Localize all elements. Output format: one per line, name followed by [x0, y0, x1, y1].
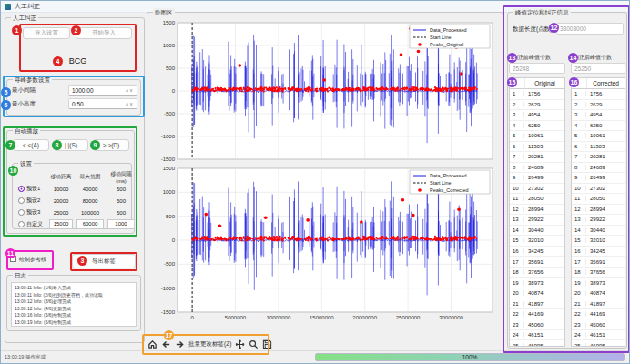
- table-row[interactable]: 611303: [510, 142, 564, 153]
- som-marker-9: 9: [90, 140, 100, 150]
- chart-peaks-corrected[interactable]: -1500-1000-50005001000150005000000100000…: [152, 165, 498, 325]
- row-index: 6: [572, 144, 586, 149]
- table-row[interactable]: 1430440: [510, 226, 564, 237]
- table-row[interactable]: 1634245: [510, 247, 564, 258]
- save-icon[interactable]: [262, 339, 272, 349]
- peak-marker: [322, 78, 326, 82]
- table-row[interactable]: 1938973: [572, 278, 625, 288]
- table-row[interactable]: 1329922: [510, 215, 564, 226]
- table-row[interactable]: 11756: [510, 89, 564, 100]
- table-row[interactable]: 46250: [572, 121, 625, 132]
- table-row[interactable]: 2141897: [510, 298, 564, 309]
- row-index: 20: [510, 290, 524, 296]
- custom-value-input[interactable]: 60000: [76, 219, 104, 229]
- table-row[interactable]: 1128050: [510, 194, 564, 205]
- peak-value: 2629: [524, 102, 564, 107]
- chart-peaks-original[interactable]: -1500-1000-500050010001500Data_Processed…: [152, 19, 498, 163]
- som-marker-6: 6: [1, 100, 11, 110]
- zoom-icon[interactable]: [249, 339, 259, 349]
- table-row[interactable]: 1027302: [510, 184, 564, 195]
- table-row[interactable]: 1329922: [572, 215, 625, 226]
- spinner-arrows-icon[interactable]: ∧∨: [126, 101, 134, 106]
- table-row[interactable]: 2546995: [572, 340, 625, 347]
- table-row[interactable]: 1430440: [572, 226, 625, 237]
- table-row[interactable]: 2446151: [510, 330, 564, 341]
- table-row[interactable]: 1634245: [572, 247, 625, 258]
- radio-icon[interactable]: [18, 197, 25, 204]
- peak-value: 28050: [524, 196, 564, 201]
- table-row[interactable]: 1228994: [572, 205, 625, 216]
- before-count-field: 25248: [509, 63, 565, 74]
- table-row[interactable]: 510061: [572, 131, 625, 142]
- table-row[interactable]: 1735691: [572, 257, 625, 268]
- table-row[interactable]: 2040874: [572, 288, 625, 299]
- spinner-arrows-icon[interactable]: ∧∨: [126, 87, 134, 93]
- table-row[interactable]: 2244169: [510, 309, 564, 320]
- preset-radio-4[interactable]: 自定义: [16, 220, 47, 228]
- radio-icon[interactable]: [18, 186, 25, 192]
- pan-icon[interactable]: [235, 339, 245, 349]
- table-row[interactable]: 2141897: [572, 298, 625, 309]
- table-row[interactable]: 2546995: [510, 340, 564, 347]
- corrected-peaks-table[interactable]: Corrected 117562262934954462505100616113…: [571, 77, 625, 347]
- peak-value: 10061: [586, 133, 625, 138]
- step-back-button[interactable]: < <(A): [13, 139, 49, 151]
- table-row[interactable]: 22629: [572, 100, 625, 111]
- table-row[interactable]: 1128050: [572, 194, 625, 205]
- radio-icon[interactable]: [18, 209, 25, 216]
- row-index: 9: [572, 175, 586, 180]
- min-interval-spinner[interactable]: 1000.00 ∧∨: [68, 85, 137, 96]
- table-row[interactable]: 1532010: [572, 236, 625, 247]
- preset-radio-2[interactable]: 预设2: [16, 197, 47, 205]
- peak-value: 34245: [586, 248, 625, 254]
- table-row[interactable]: 2040874: [510, 288, 564, 299]
- y-tick-label: -1500: [161, 157, 176, 162]
- table-row[interactable]: 11756: [572, 89, 625, 100]
- table-row[interactable]: 2244169: [572, 309, 625, 320]
- min-height-spinner[interactable]: 0.50 ∧∨: [68, 98, 137, 109]
- y-tick-label: -500: [164, 261, 176, 267]
- table-row[interactable]: 34954: [572, 110, 625, 121]
- table-row[interactable]: 1837656: [510, 268, 564, 278]
- table-row[interactable]: 926499: [572, 173, 625, 184]
- table-row[interactable]: 611303: [572, 142, 625, 153]
- table-row[interactable]: 46250: [510, 121, 564, 132]
- original-peaks-table[interactable]: Original 1175622629349544625051006161130…: [509, 77, 565, 347]
- table-row[interactable]: 2446151: [572, 330, 625, 341]
- table-row[interactable]: 1938973: [510, 278, 564, 288]
- table-row[interactable]: 2345060: [572, 319, 625, 330]
- table-row[interactable]: 1735691: [510, 257, 564, 268]
- forward-icon[interactable]: [175, 339, 185, 349]
- log-output[interactable]: 13:00:11 Info: (1/6)导入完成13:00:11 Info: (…: [11, 282, 137, 327]
- import-settings-button[interactable]: 导入设置: [23, 27, 70, 39]
- table-row[interactable]: 720281: [572, 152, 625, 163]
- table-row[interactable]: 2345060: [510, 319, 564, 330]
- batch-edit-labels-button[interactable]: 批量更改标签(Z): [188, 340, 231, 349]
- table-row[interactable]: 824689: [510, 163, 564, 174]
- table-row[interactable]: 1532010: [510, 236, 564, 247]
- preset-radio-1[interactable]: 预设1: [16, 185, 47, 193]
- min-height-label: 最小高度: [12, 100, 36, 108]
- table-row[interactable]: 1837656: [572, 268, 625, 278]
- peak-value: 44169: [524, 311, 564, 317]
- table-row[interactable]: 1228994: [510, 205, 564, 216]
- row-index: 22: [572, 311, 586, 317]
- table-row[interactable]: 824689: [572, 163, 625, 174]
- preset-radio-3[interactable]: 预设3: [16, 208, 47, 217]
- table-row[interactable]: 22629: [510, 100, 564, 111]
- row-index: 7: [510, 154, 524, 159]
- preset-value: 80000: [75, 198, 106, 204]
- table-row[interactable]: 510061: [510, 131, 564, 142]
- row-index: 23: [572, 322, 586, 328]
- back-icon[interactable]: [161, 339, 171, 349]
- start-import-button[interactable]: 开始导入: [76, 27, 132, 39]
- radio-icon[interactable]: [18, 221, 25, 228]
- table-row[interactable]: 720281: [510, 152, 564, 163]
- custom-value-input[interactable]: 1000: [107, 219, 135, 229]
- table-row[interactable]: 34954: [510, 110, 564, 121]
- table-row[interactable]: 1027302: [572, 184, 625, 195]
- table-row[interactable]: 926499: [510, 173, 564, 184]
- home-icon[interactable]: [147, 339, 158, 349]
- custom-value-input[interactable]: 15000: [49, 219, 73, 229]
- preset-label: 预设2: [26, 197, 40, 205]
